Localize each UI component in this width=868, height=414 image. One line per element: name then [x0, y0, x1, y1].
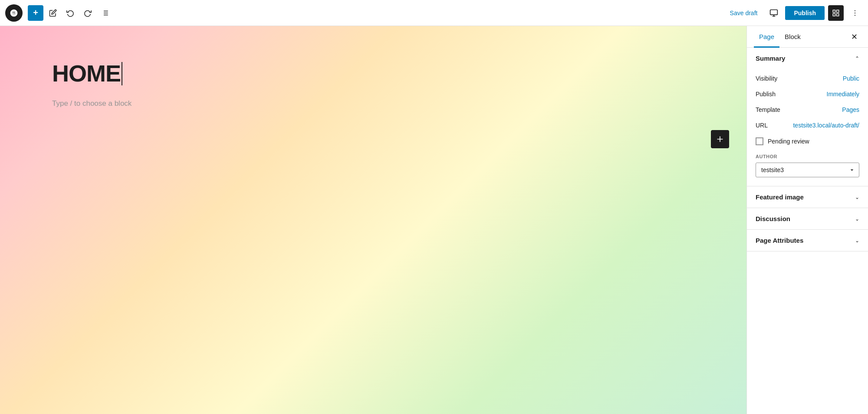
- publish-value[interactable]: Immediately: [827, 91, 859, 98]
- settings-button[interactable]: [828, 5, 844, 21]
- toolbar-right: Save draft Publish: [725, 5, 863, 21]
- visibility-row: Visibility Public: [756, 71, 859, 86]
- svg-rect-11: [837, 10, 839, 12]
- svg-rect-7: [770, 10, 778, 15]
- author-select[interactable]: testsite3: [756, 163, 859, 177]
- publish-label: Publish: [756, 91, 790, 98]
- editor-area[interactable]: HOME Type / to choose a block: [0, 26, 746, 414]
- toolbar: W +: [0, 0, 868, 26]
- publish-button[interactable]: Publish: [785, 6, 825, 20]
- inline-add-block-button[interactable]: [711, 130, 729, 148]
- summary-section: Summary ⌃ Visibility Public Publish Imme…: [747, 48, 868, 186]
- template-value[interactable]: Pages: [842, 106, 859, 113]
- redo-button[interactable]: [80, 5, 95, 21]
- more-options-icon: [851, 9, 859, 17]
- url-value[interactable]: testsite3.local/auto-draft/: [793, 122, 859, 129]
- tab-block[interactable]: Block: [779, 26, 806, 48]
- discussion-section: Discussion ⌄: [747, 208, 868, 230]
- featured-image-header[interactable]: Featured image ⌄: [747, 186, 868, 208]
- redo-icon: [84, 9, 92, 17]
- editor-content: HOME Type / to choose a block: [0, 26, 391, 143]
- summary-chevron-icon: ⌃: [855, 55, 859, 62]
- more-options-button[interactable]: [847, 5, 863, 21]
- pending-review-row: Pending review: [756, 133, 859, 147]
- template-label: Template: [756, 106, 790, 113]
- author-section: AUTHOR testsite3: [756, 147, 859, 177]
- featured-image-title: Featured image: [756, 193, 804, 201]
- edit-icon-button[interactable]: [45, 5, 61, 21]
- summary-title: Summary: [756, 55, 785, 62]
- text-cursor: [122, 62, 122, 85]
- edit-icon: [49, 9, 57, 17]
- page-title-block[interactable]: HOME: [52, 61, 339, 86]
- svg-rect-10: [833, 10, 835, 12]
- page-attributes-header[interactable]: Page Attributes ⌄: [747, 230, 868, 251]
- svg-point-16: [855, 15, 855, 16]
- undo-icon: [66, 9, 74, 17]
- view-icon: [769, 9, 778, 17]
- sidebar-close-button[interactable]: ✕: [848, 29, 861, 45]
- svg-point-14: [855, 10, 855, 11]
- sidebar: Page Block ✕ Summary ⌃ Visibility Public…: [746, 26, 868, 414]
- add-block-button[interactable]: +: [28, 5, 43, 21]
- type-hint: Type / to choose a block: [52, 99, 339, 108]
- featured-image-chevron-icon: ⌄: [855, 194, 859, 200]
- settings-icon: [832, 9, 840, 17]
- url-label: URL: [756, 122, 790, 129]
- featured-image-section: Featured image ⌄: [747, 186, 868, 208]
- summary-content: Visibility Public Publish Immediately Te…: [747, 69, 868, 186]
- page-attributes-title: Page Attributes: [756, 237, 803, 244]
- summary-section-header[interactable]: Summary ⌃: [747, 48, 868, 69]
- page-attributes-section: Page Attributes ⌄: [747, 230, 868, 251]
- wp-logo[interactable]: W: [5, 4, 23, 22]
- list-view-button[interactable]: [97, 5, 113, 21]
- page-attributes-chevron-icon: ⌄: [855, 238, 859, 244]
- discussion-header[interactable]: Discussion ⌄: [747, 208, 868, 229]
- publish-row: Publish Immediately: [756, 86, 859, 102]
- author-label: AUTHOR: [756, 154, 859, 159]
- visibility-label: Visibility: [756, 75, 790, 82]
- view-button[interactable]: [766, 5, 782, 21]
- save-draft-button[interactable]: Save draft: [725, 7, 763, 19]
- undo-button[interactable]: [62, 5, 78, 21]
- list-view-icon: [101, 9, 109, 17]
- inline-add-icon: [716, 135, 724, 143]
- url-row: URL testsite3.local/auto-draft/: [756, 117, 859, 133]
- svg-point-15: [855, 12, 855, 13]
- page-title-text: HOME: [52, 61, 121, 86]
- svg-rect-12: [837, 13, 839, 16]
- toolbar-left: W +: [5, 4, 723, 22]
- tab-page[interactable]: Page: [754, 26, 779, 48]
- svg-text:W: W: [11, 11, 16, 16]
- template-row: Template Pages: [756, 102, 859, 117]
- sidebar-tabs: Page Block ✕: [747, 26, 868, 48]
- svg-rect-13: [833, 13, 835, 16]
- discussion-chevron-icon: ⌄: [855, 216, 859, 222]
- pending-review-label: Pending review: [768, 138, 809, 145]
- visibility-value[interactable]: Public: [843, 75, 859, 82]
- pending-review-checkbox[interactable]: [756, 137, 763, 145]
- discussion-title: Discussion: [756, 215, 790, 222]
- main-area: HOME Type / to choose a block Page Block…: [0, 26, 868, 414]
